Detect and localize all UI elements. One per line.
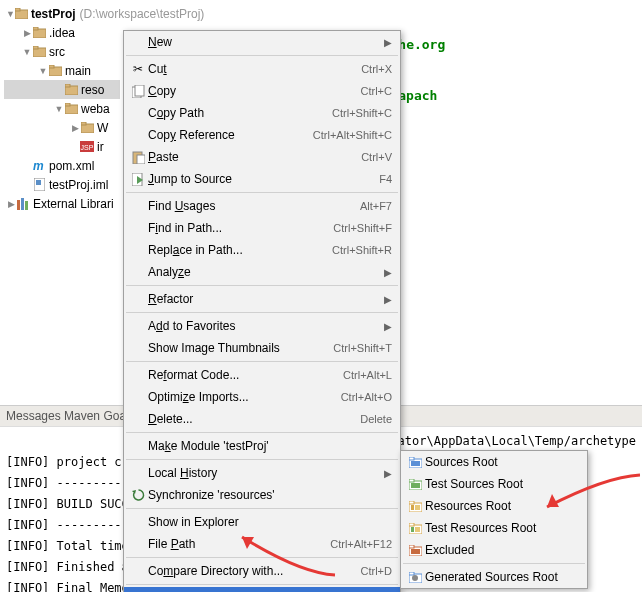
svg-rect-5 <box>33 46 38 49</box>
tree-webinf[interactable]: ▶W <box>4 118 120 137</box>
menu-delete[interactable]: Delete...Delete <box>124 408 400 430</box>
svg-rect-40 <box>415 527 420 532</box>
tree-pom[interactable]: mpom.xml <box>4 156 120 175</box>
menu-copy-path[interactable]: Copy PathCtrl+Shift+C <box>124 102 400 124</box>
folder-icon <box>32 26 46 40</box>
annotation-arrow-icon <box>535 472 642 522</box>
paste-icon <box>128 151 148 164</box>
svg-text:m: m <box>33 160 44 172</box>
folder-icon <box>48 64 62 78</box>
folder-icon <box>15 7 28 21</box>
svg-rect-23 <box>135 85 144 96</box>
svg-rect-31 <box>409 479 414 482</box>
tree-idea[interactable]: ▶.idea <box>4 23 120 42</box>
tree-main[interactable]: ▼main <box>4 61 120 80</box>
excluded-icon <box>405 545 425 556</box>
folder-icon <box>32 45 46 59</box>
svg-rect-1 <box>15 8 20 11</box>
menu-refactor[interactable]: Refactor▶ <box>124 288 400 310</box>
svg-rect-9 <box>65 84 70 87</box>
resources-root-icon <box>405 501 425 512</box>
cut-icon: ✂ <box>128 62 148 76</box>
annotation-arrow-icon <box>230 525 340 580</box>
submenu-generated-sources-root[interactable]: Generated Sources Root <box>401 566 587 588</box>
tree-external-libs[interactable]: ▶External Librari <box>4 194 120 213</box>
menu-jump-to-source[interactable]: Jump to SourceF4 <box>124 168 400 190</box>
tree-resources[interactable]: reso <box>4 80 120 99</box>
svg-rect-34 <box>409 501 414 504</box>
test-resources-root-icon <box>405 523 425 534</box>
folder-icon <box>80 121 94 135</box>
svg-rect-18 <box>36 180 41 185</box>
menu-add-favorites[interactable]: Add to Favorites▶ <box>124 315 400 337</box>
menu-make-module[interactable]: Make Module 'testProj' <box>124 435 400 457</box>
tree-webapp[interactable]: ▼weba <box>4 99 120 118</box>
folder-icon <box>64 102 78 116</box>
svg-rect-19 <box>17 200 20 210</box>
svg-rect-28 <box>409 457 414 460</box>
menu-optimize-imports[interactable]: Optimize Imports...Ctrl+Alt+O <box>124 386 400 408</box>
maven-icon: m <box>32 159 46 173</box>
svg-rect-45 <box>409 572 414 575</box>
svg-rect-3 <box>33 27 38 30</box>
context-menu[interactable]: New▶ ✂CutCtrl+X CopyCtrl+C Copy PathCtrl… <box>123 30 401 592</box>
svg-rect-7 <box>49 65 54 68</box>
library-icon <box>16 197 30 211</box>
svg-rect-39 <box>411 527 414 532</box>
menu-mark-directory-as[interactable]: Mark Directory As▶ <box>124 587 400 592</box>
svg-rect-43 <box>411 549 420 554</box>
menu-paste[interactable]: PasteCtrl+V <box>124 146 400 168</box>
svg-rect-20 <box>21 198 24 210</box>
svg-rect-13 <box>81 122 86 125</box>
menu-find-in-path[interactable]: Find in Path...Ctrl+Shift+F <box>124 217 400 239</box>
copy-icon <box>128 85 148 98</box>
jsp-icon: JSP <box>80 140 94 154</box>
menu-local-history[interactable]: Local History▶ <box>124 462 400 484</box>
submenu-sources-root[interactable]: Sources Root <box>401 451 587 473</box>
generated-sources-root-icon <box>405 572 425 583</box>
menu-copy[interactable]: CopyCtrl+C <box>124 80 400 102</box>
tree-index[interactable]: JSPir <box>4 137 120 156</box>
svg-rect-36 <box>415 505 420 510</box>
menu-reformat[interactable]: Reformat Code...Ctrl+Alt+L <box>124 364 400 386</box>
menu-new[interactable]: New▶ <box>124 31 400 53</box>
menu-replace-in-path[interactable]: Replace in Path...Ctrl+Shift+R <box>124 239 400 261</box>
file-icon <box>32 178 46 192</box>
menu-synchronize[interactable]: Synchronize 'resources' <box>124 484 400 506</box>
tree-src[interactable]: ▼src <box>4 42 120 61</box>
svg-rect-35 <box>411 505 414 510</box>
menu-show-thumbnails[interactable]: Show Image ThumbnailsCtrl+Shift+T <box>124 337 400 359</box>
svg-point-46 <box>412 575 418 581</box>
menu-find-usages[interactable]: Find UsagesAlt+F7 <box>124 195 400 217</box>
jump-icon <box>128 173 148 186</box>
menu-analyze[interactable]: Analyze▶ <box>124 261 400 283</box>
svg-rect-38 <box>409 523 414 526</box>
sync-icon <box>128 489 148 502</box>
svg-rect-29 <box>411 461 420 466</box>
test-sources-root-icon <box>405 479 425 490</box>
project-tree[interactable]: ▼testProj(D:\workspace\testProj) ▶.idea … <box>0 0 120 405</box>
svg-text:JSP: JSP <box>81 144 94 151</box>
svg-rect-42 <box>409 545 414 548</box>
tree-project-root[interactable]: ▼testProj(D:\workspace\testProj) <box>4 4 120 23</box>
svg-rect-32 <box>411 483 420 488</box>
sources-root-icon <box>405 457 425 468</box>
folder-icon <box>64 83 78 97</box>
menu-copy-reference[interactable]: Copy ReferenceCtrl+Alt+Shift+C <box>124 124 400 146</box>
svg-rect-25 <box>137 155 145 164</box>
tree-iml[interactable]: testProj.iml <box>4 175 120 194</box>
submenu-excluded[interactable]: Excluded <box>401 539 587 561</box>
menu-cut[interactable]: ✂CutCtrl+X <box>124 58 400 80</box>
svg-rect-11 <box>65 103 70 106</box>
svg-rect-21 <box>25 201 28 210</box>
